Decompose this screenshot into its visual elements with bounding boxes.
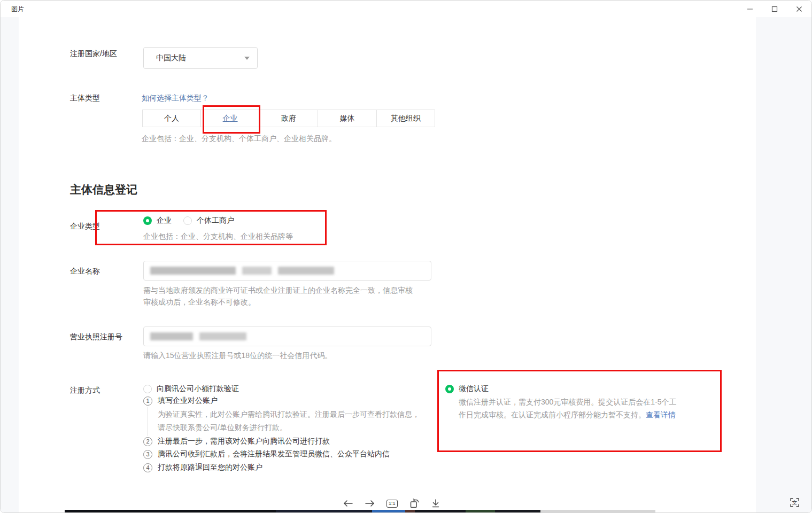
window-title: 图片 xyxy=(11,5,24,14)
radio-label: 企业 xyxy=(157,216,172,226)
taskbar-sliver xyxy=(65,510,655,513)
register-method-label: 注册方式 xyxy=(70,386,100,395)
forward-button[interactable] xyxy=(364,498,376,509)
enterprise-name-note-2: 审核成功后，企业名称不可修改。 xyxy=(143,298,256,307)
transfer-step-3: 3 腾讯公司收到汇款后，会将注册结果发至管理员微信、公众平台站内信 xyxy=(143,449,390,459)
viewer-toolbar: 1:1 xyxy=(342,497,442,510)
svg-text:文: 文 xyxy=(792,500,798,506)
minimize-icon xyxy=(747,6,753,12)
redacted-value xyxy=(150,267,334,275)
close-button[interactable] xyxy=(787,1,811,17)
redacted-value xyxy=(150,332,246,340)
download-button[interactable] xyxy=(430,498,442,509)
subject-type-note: 企业包括：企业、分支机构、个体工商户、企业相关品牌。 xyxy=(142,134,336,144)
rotate-icon xyxy=(409,498,420,509)
enterprise-name-note-1: 需与当地政府颁发的商业许可证书或企业注册证上的企业名称完全一致，信息审核 xyxy=(143,286,413,296)
transfer-step-4: 4 打款将原路退回至您的对公账户 xyxy=(143,463,262,472)
register-method-option-transfer[interactable]: 向腾讯公司小额打款验证 xyxy=(143,384,239,394)
subject-type-help-link[interactable]: 如何选择主体类型？ xyxy=(142,94,209,103)
transfer-step-1-desc-2: 请尽快联系贵公司/单位财务进行打款。 xyxy=(158,423,287,433)
tab-government[interactable]: 政府 xyxy=(259,110,318,127)
actual-size-icon: 1:1 xyxy=(386,500,398,508)
section-title: 主体信息登记 xyxy=(70,182,137,197)
back-button[interactable] xyxy=(342,498,354,509)
enterprise-name-input[interactable] xyxy=(143,261,431,281)
extract-text-icon: 文 xyxy=(790,498,800,508)
country-label: 注册国家/地区 xyxy=(70,49,117,59)
step-number-icon: 1 xyxy=(143,397,152,406)
radio-unselected-icon xyxy=(143,385,152,393)
radio-label: 向腾讯公司小额打款验证 xyxy=(157,384,239,394)
radio-label: 个体工商户 xyxy=(197,216,234,226)
transfer-step-1: 1 填写企业对公账户 xyxy=(143,396,218,406)
wechat-desc-1: 微信注册并认证，需支付300元审核费用。提交认证后会在1-5个工 xyxy=(459,398,677,407)
tab-personal[interactable]: 个人 xyxy=(142,110,201,127)
tab-other-org[interactable]: 其他组织 xyxy=(376,110,435,127)
maximize-icon xyxy=(771,6,778,12)
minimize-button[interactable] xyxy=(738,1,762,17)
license-number-note: 请输入15位营业执照注册号或18位的统一社会信用代码。 xyxy=(143,351,332,361)
enterprise-type-note: 企业包括：企业、分支机构、企业相关品牌等 xyxy=(143,232,293,242)
maximize-button[interactable] xyxy=(762,1,787,17)
enterprise-type-label: 企业类型 xyxy=(70,222,100,231)
license-number-input[interactable] xyxy=(143,327,431,346)
radio-selected-icon xyxy=(445,385,454,393)
country-select-value: 中国大陆 xyxy=(156,53,244,63)
titlebar: 图片 xyxy=(1,1,811,17)
step-number-icon: 4 xyxy=(143,463,152,472)
enterprise-name-label: 企业名称 xyxy=(70,267,100,276)
license-number-label: 营业执照注册号 xyxy=(70,332,122,342)
enterprise-type-option-individual[interactable]: 个体工商户 xyxy=(183,216,234,226)
image-viewer-window: 图片 注册国家/地区 中国大陆 主体类型 如何选择主体类型？ xyxy=(0,0,812,513)
actual-size-button[interactable]: 1:1 xyxy=(385,499,399,509)
chevron-down-icon xyxy=(244,57,250,60)
radio-label: 微信认证 xyxy=(459,384,489,394)
step-connector-line xyxy=(148,407,148,436)
step-number-icon: 3 xyxy=(143,450,152,459)
tab-enterprise[interactable]: 企业 xyxy=(200,110,259,127)
extract-text-button[interactable]: 文 xyxy=(790,498,800,509)
transfer-step-1-desc-1: 为验证真实性，此对公账户需给腾讯打款验证。注册最后一步可查看打款信息， xyxy=(158,410,420,419)
viewed-image: 注册国家/地区 中国大陆 主体类型 如何选择主体类型？ 个人 企业 政府 媒体 … xyxy=(19,17,756,513)
tab-media[interactable]: 媒体 xyxy=(318,110,376,127)
back-arrow-icon xyxy=(343,499,353,508)
close-icon xyxy=(796,6,802,12)
subject-type-label: 主体类型 xyxy=(70,94,100,103)
radio-unselected-icon xyxy=(183,216,192,225)
radio-selected-icon xyxy=(143,216,152,225)
enterprise-type-option-enterprise[interactable]: 企业 xyxy=(143,216,172,226)
register-method-option-wechat[interactable]: 微信认证 xyxy=(445,384,489,394)
view-details-link[interactable]: 查看详情 xyxy=(646,410,676,419)
window-controls xyxy=(738,1,811,17)
step-number-icon: 2 xyxy=(143,437,152,446)
viewer-canvas: 注册国家/地区 中国大陆 主体类型 如何选择主体类型？ 个人 企业 政府 媒体 … xyxy=(1,17,812,513)
download-icon xyxy=(431,499,440,508)
subject-type-tabs: 个人 企业 政府 媒体 其他组织 xyxy=(142,110,435,127)
forward-arrow-icon xyxy=(365,499,375,508)
country-select[interactable]: 中国大陆 xyxy=(143,47,258,69)
rotate-button[interactable] xyxy=(408,497,421,510)
transfer-step-2: 2 注册最后一步，需用该对公账户向腾讯公司进行打款 xyxy=(143,437,330,446)
wechat-desc-2: 作日完成审核。在认证完成前小程序部分能力暂不支持。查看详情 xyxy=(459,410,676,420)
